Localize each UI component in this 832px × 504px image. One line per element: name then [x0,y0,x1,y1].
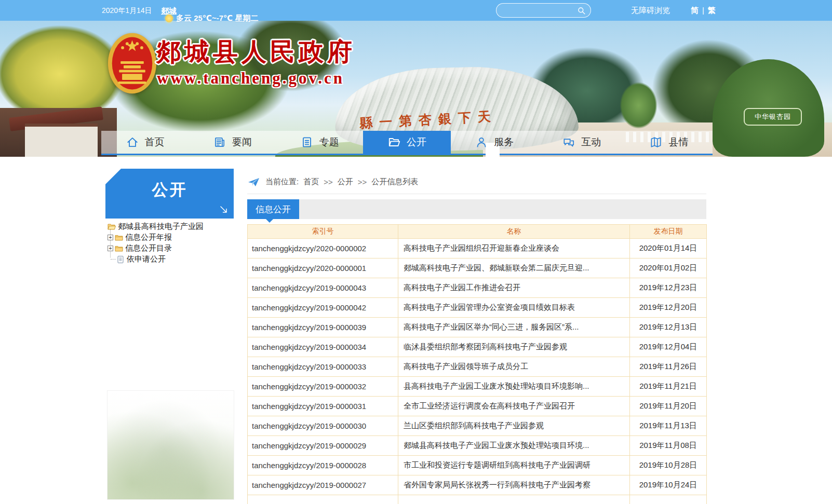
nav-item[interactable]: 专题 [276,131,363,154]
cell-title-link[interactable]: 高科技电子产业园区举办“同心三进，服务园区”系... [398,318,630,337]
col-header-date: 发布日期 [630,225,707,239]
banner-photo: 縣一第杏銀下天 中华银杏园 郯城县人民政府 www.tancheng.gov.c… [0,21,832,157]
nav-item[interactable]: 首页 [101,131,189,154]
cell-publish-date: 2019年11月20日 [630,397,707,416]
table-row[interactable]: tanchenggkjdzcyy/2019-0000034 临沭县委组织部考察团… [248,337,707,357]
breadcrumb-separator: >> [358,178,367,186]
info-table-wrap: 索引号 名称 发布日期 tanchenggkjdzcyy/2020-000000… [247,224,706,504]
lang-simplified-link[interactable]: 简 [691,6,699,16]
tab-info-disclosure[interactable]: 信息公开 [247,199,299,219]
lang-divider: | [702,6,704,16]
nav-item-label: 专题 [319,135,339,149]
table-row[interactable]: tanchenggkjdzcyy/2019-0000033 高科技电子产业园领导… [248,357,707,377]
main-content: 当前位置: 首页 >> 公开 >> 公开信息列表 信息公开 索引号 名称 发布日… [247,170,706,504]
cell-index-number: tanchenggkjdzcyy/2019-0000028 [248,456,398,475]
col-header-name: 名称 [398,225,630,239]
cell-publish-date: 2019年10月28日 [630,456,707,475]
nav-item[interactable]: 要闻 [189,131,276,154]
sidebar-title: 公开 [105,169,234,201]
search-input[interactable] [503,4,575,17]
cell-title-link[interactable]: 高科技电子产业园领导班子成员分工 [398,357,630,377]
cell-publish-date: 2019年11月26日 [630,357,707,377]
search-icon[interactable] [576,6,586,16]
accessibility-link[interactable]: 无障碍浏览 [631,6,670,16]
cell-publish-date: 2019年12月04日 [630,337,707,357]
table-row[interactable]: tanchenggkjdzcyy/2019-0000028 市工业和投资运行专题… [248,456,707,475]
breadcrumb-current[interactable]: 公开信息列表 [371,177,418,187]
nav-item[interactable]: 服务 [451,131,538,154]
cell-index-number: tanchenggkjdzcyy/2019-0000042 [248,298,398,318]
nav-item[interactable]: 互动 [538,131,625,154]
cell-title-link[interactable]: 县高科技电子产业园工业废水预处理站项目环境影响... [398,377,630,397]
breadcrumb-open[interactable]: 公开 [338,177,353,187]
map-icon [649,135,663,149]
tree-item[interactable]: 信息公开年报 [108,232,234,243]
tree-doc-icon [116,255,125,264]
cell-index-number: tanchenggkjdzcyy/2019-0000033 [248,357,398,377]
cell-title-link[interactable]: 郯城高科技电子产业园、郯城新联会第二届庆元旦迎... [398,258,630,278]
person-icon [475,135,488,149]
info-table: 索引号 名称 发布日期 tanchenggkjdzcyy/2020-000000… [247,224,707,504]
nav-item-label: 要闻 [232,135,252,149]
breadcrumb-home[interactable]: 首页 [303,177,319,187]
table-row[interactable]: tanchenggkjdzcyy/2019-0000032 县高科技电子产业园工… [248,377,707,397]
breadcrumb: 当前位置: 首页 >> 公开 >> 公开信息列表 [247,170,706,194]
national-emblem [107,31,157,96]
table-row[interactable]: tanchenggkjdzcyy/2019-0000030 兰山区委组织部到高科… [248,416,707,436]
weather-info: 多云 25℃~-7℃ 星期二 [165,13,258,23]
cell-title-link[interactable]: 高科技电子产业园工作推进会召开 [398,278,630,298]
nav-item[interactable]: 县情 [625,131,713,154]
table-row[interactable]: tanchenggkjdzcyy/2019-0000042 高科技电子产业园管理… [248,298,707,318]
cell-index-number: tanchenggkjdzcyy/2019-0000031 [248,397,398,416]
arrow-southeast-icon[interactable] [219,205,229,215]
nav-item-label: 县情 [668,135,688,149]
nav-item-label: 公开 [407,135,426,149]
cell-index-number: tanchenggkjdzcyy/2019-0000027 [248,475,398,495]
page: 2020年1月14日 郯城 多云 25℃~-7℃ 星期二 无障碍浏览 简 | 繁… [0,0,832,504]
breadcrumb-separator: >> [324,178,333,186]
weather-text: 多云 25℃~-7℃ 星期二 [176,13,258,23]
table-row[interactable]: tanchenggkjdzcyy/2020-0000001 郯城高科技电子产业园… [248,258,707,278]
table-row[interactable]: tanchenggkjdzcyy/2020-0000002 高科技电子产业园组织… [248,239,707,258]
expand-toggle-icon[interactable] [108,246,113,251]
top-bar: 2020年1月14日 郯城 多云 25℃~-7℃ 星期二 无障碍浏览 简 | 繁 [0,0,832,21]
tree-item[interactable]: 郯城县高科技电子产业园 [108,221,234,232]
table-row[interactable]: tanchenggkjdzcyy/2019-0000039 高科技电子产业园区举… [248,318,707,337]
tree-item-label: 信息公开目录 [125,243,172,253]
cell-title-link[interactable]: 省外国专家局局长张祝秀一行到高科技电子产业园考察 [398,475,630,495]
tree-item[interactable]: 信息公开目录 [108,243,234,254]
table-row[interactable]: tanchenggkjdzcyy/2019-0000029 郯城县高科技电子产业… [248,436,707,456]
open-folder-icon [387,135,401,149]
cell-index-number: tanchenggkjdzcyy/2020-0000001 [248,258,398,278]
tree-item[interactable]: 依申请公开 [108,254,234,265]
tree-item-label: 信息公开年报 [125,233,172,242]
cell-index-number: tanchenggkjdzcyy/2019-0000039 [248,318,398,337]
search-box [496,3,591,18]
cell-index-number: tanchenggkjdzcyy/2019-0000032 [248,377,398,397]
cell-title-link[interactable]: 兰山区委组织部到高科技电子产业园参观 [398,416,630,436]
tree-item-label: 郯城县高科技电子产业园 [118,222,204,231]
cell-title-link[interactable]: 全市工业经济运行调度会在高科技电子产业园召开 [398,397,630,416]
cell-index-number: tanchenggkjdzcyy/2019-0000029 [248,436,398,456]
lang-traditional-link[interactable]: 繁 [708,6,716,16]
sidebar-tree: 郯城县高科技电子产业园 信息公开年报 信息公开目录 依申请公开 [108,221,234,265]
cell-title-link[interactable]: 高科技电子产业园组织召开迎新春企业座谈会 [398,239,630,258]
home-icon [126,135,139,149]
expand-toggle-icon[interactable] [108,235,113,240]
cell-index-number: tanchenggkjdzcyy/2019-0000043 [248,278,398,298]
sidebar-watermark-image [107,390,234,500]
news-icon [213,135,226,149]
chat-icon [562,135,575,149]
cell-title-link[interactable]: 郯城县高科技电子产业园工业废水预处理站项目环境... [398,436,630,456]
cell-title-link[interactable]: 临沭县委组织部考察团到高科技电子产业园参观 [398,337,630,357]
table-row[interactable]: tanchenggkjdzcyy/2019-0000043 高科技电子产业园工作… [248,278,707,298]
cell-title-link[interactable]: 市工业和投资运行专题调研组到高科技电子产业园调研 [398,456,630,475]
table-row-partial [248,495,707,504]
breadcrumb-prefix: 当前位置: [265,177,299,187]
table-row[interactable]: tanchenggkjdzcyy/2019-0000031 全市工业经济运行调度… [248,397,707,416]
cell-publish-date: 2019年10月24日 [630,475,707,495]
table-row[interactable]: tanchenggkjdzcyy/2019-0000027 省外国专家局局长张祝… [248,475,707,495]
cell-title-link[interactable]: 高科技电子产业园管理办公室资金项目绩效目标表 [398,298,630,318]
nav-item[interactable]: 公开 [363,131,450,154]
nav-item-label: 互动 [581,135,601,149]
